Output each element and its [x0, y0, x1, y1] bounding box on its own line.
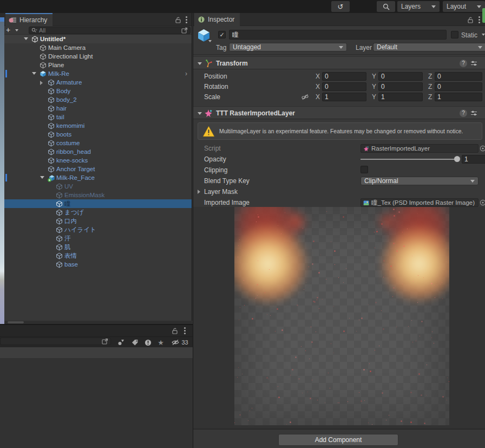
undo-history-button[interactable]: ↺ — [331, 1, 350, 12]
project-search-input[interactable] — [3, 338, 100, 345]
create-plus-button[interactable]: + — [6, 26, 10, 34]
foldout-icon[interactable] — [198, 190, 200, 194]
hierarchy-searchbox[interactable] — [29, 27, 191, 34]
hidden-objects-toggle[interactable]: 33 — [169, 338, 191, 347]
layers-dropdown[interactable]: Layers — [397, 1, 440, 12]
hierarchy-row[interactable]: Milk-Re_Face — [4, 173, 192, 182]
rotation-z-field[interactable]: 0 — [435, 82, 482, 91]
tab-inspector[interactable]: Inspector — [194, 13, 240, 26]
rotation-x-field[interactable]: 0 — [322, 82, 366, 91]
hierarchy-row[interactable]: knee-socks — [4, 156, 192, 165]
object-picker-icon[interactable] — [480, 199, 485, 206]
clipping-row: Clipping — [193, 166, 485, 174]
transform-row-scale: ScaleX1Y1Z1 — [193, 93, 485, 101]
hierarchy-row[interactable]: costume — [4, 139, 192, 147]
hierarchy-row[interactable]: Main Camera — [4, 43, 192, 52]
hierarchy-row[interactable]: boots — [4, 130, 192, 139]
opacity-value-field[interactable]: 1 — [462, 155, 485, 164]
scale-x-field[interactable]: 1 — [322, 93, 366, 101]
help-icon[interactable]: ? — [460, 60, 467, 67]
prefab-open-chevron-icon[interactable]: › — [185, 69, 187, 78]
hierarchy-row[interactable]: UV — [4, 182, 192, 191]
hierarchy-row[interactable]: EmissionMask — [4, 191, 192, 199]
create-dropdown-icon[interactable] — [15, 29, 18, 31]
open-search-window-icon[interactable] — [181, 27, 188, 34]
hierarchy-row[interactable]: ribbon_head — [4, 147, 192, 156]
hierarchy-row[interactable]: ハイライト — [4, 225, 192, 234]
panel-menu-icon[interactable] — [475, 16, 483, 23]
filter-by-label-icon[interactable] — [129, 338, 141, 347]
panel-menu-icon[interactable] — [182, 16, 190, 23]
hierarchy-row[interactable]: Plane — [4, 61, 192, 69]
help-icon[interactable]: ? — [460, 109, 467, 117]
raster-layer-component-header[interactable]: TTT RasterImportedLayer ? — [193, 106, 485, 119]
hierarchy-row[interactable]: 口内 — [4, 217, 192, 225]
hierarchy-row[interactable]: Body — [4, 87, 192, 95]
open-search-window-icon[interactable] — [102, 338, 108, 345]
tab-hierarchy[interactable]: Hierarchy — [5, 13, 53, 26]
active-checkbox[interactable]: ✓ — [218, 31, 226, 38]
project-searchbox[interactable] — [0, 337, 111, 345]
hierarchy-row[interactable]: tail — [4, 113, 192, 121]
blend-type-dropdown[interactable]: Clip/Normal — [361, 177, 479, 185]
layer-mask-row[interactable]: Layer Mask — [193, 187, 485, 196]
hierarchy-row[interactable]: Armature — [4, 78, 192, 87]
hierarchy-search-input[interactable] — [39, 27, 180, 34]
clipping-checkbox[interactable] — [361, 166, 368, 173]
hierarchy-row[interactable]: base — [4, 260, 192, 269]
hierarchy-row[interactable]: 表情 — [4, 251, 192, 260]
position-z-field[interactable]: 0 — [435, 72, 482, 81]
favorite-star-icon[interactable]: ★ — [155, 338, 167, 347]
opacity-slider-knob[interactable] — [454, 156, 460, 162]
hierarchy-row[interactable]: 肌 — [4, 243, 192, 251]
hierarchy-row[interactable]: 汗 — [4, 234, 192, 243]
foldout-icon[interactable] — [198, 62, 202, 65]
hierarchy-row[interactable]: まつげ — [4, 208, 192, 217]
lock-icon[interactable] — [174, 16, 182, 23]
presets-icon[interactable] — [470, 60, 477, 67]
object-picker-icon[interactable] — [480, 145, 485, 152]
foldout-expanded-icon[interactable] — [32, 72, 36, 75]
hierarchy-row[interactable]: kemomimi — [4, 121, 192, 130]
foldout-collapsed-icon[interactable] — [40, 81, 43, 85]
foldout-expanded-icon[interactable] — [24, 37, 28, 40]
filter-by-type-icon[interactable] — [115, 338, 127, 347]
console-errors-icon[interactable] — [142, 338, 154, 347]
scale-y-field[interactable]: 1 — [378, 93, 423, 101]
opacity-slider[interactable] — [361, 159, 458, 160]
imported-image-object-field[interactable]: 瞳_Tex (PSD Imported Raster Image) — [361, 198, 479, 207]
search-button[interactable] — [377, 1, 395, 12]
chevron-down-icon — [477, 5, 481, 8]
hierarchy-row[interactable]: Directional Light — [4, 52, 192, 61]
scene-row[interactable]: Untitled* — [4, 35, 192, 43]
foldout-icon[interactable] — [198, 112, 202, 115]
position-y-field[interactable]: 0 — [378, 72, 423, 81]
position-x-field[interactable]: 0 — [322, 72, 366, 81]
script-object-field[interactable]: RasterImportedLayer — [361, 144, 479, 153]
hierarchy-row[interactable]: hair — [4, 104, 192, 113]
transform-row-rotation: RotationX0Y0Z0 — [193, 82, 485, 91]
hierarchy-row[interactable]: body_2 — [4, 95, 192, 104]
add-component-button[interactable]: Add Component — [278, 434, 398, 446]
static-checkbox[interactable] — [451, 31, 458, 38]
gameobject-name-field[interactable] — [229, 30, 447, 40]
static-dropdown-icon[interactable] — [482, 34, 485, 36]
rotation-y-field[interactable]: 0 — [378, 82, 423, 91]
lock-icon[interactable] — [171, 327, 179, 334]
gameobject-name-input[interactable] — [232, 31, 443, 38]
scale-z-field[interactable]: 1 — [435, 93, 482, 101]
scrollbar-thumb[interactable] — [8, 321, 24, 323]
foldout-expanded-icon[interactable] — [40, 176, 44, 179]
unlink-scale-icon[interactable] — [302, 94, 309, 100]
layout-dropdown[interactable]: Layout — [443, 1, 485, 12]
lock-icon[interactable] — [467, 16, 474, 23]
tag-dropdown[interactable]: Untagged — [229, 43, 347, 51]
hierarchy-row[interactable]: 瞳 — [4, 199, 192, 208]
layer-dropdown[interactable]: Default — [373, 43, 485, 51]
hierarchy-row[interactable]: Anchor Target — [4, 165, 192, 173]
panel-menu-icon[interactable] — [181, 327, 188, 334]
presets-icon[interactable] — [470, 110, 477, 116]
hierarchy-row[interactable]: Milk-Re› — [4, 69, 192, 78]
transform-component-header[interactable]: Transform ? — [193, 56, 485, 69]
gameobject-icon-dropdown[interactable] — [208, 40, 212, 42]
